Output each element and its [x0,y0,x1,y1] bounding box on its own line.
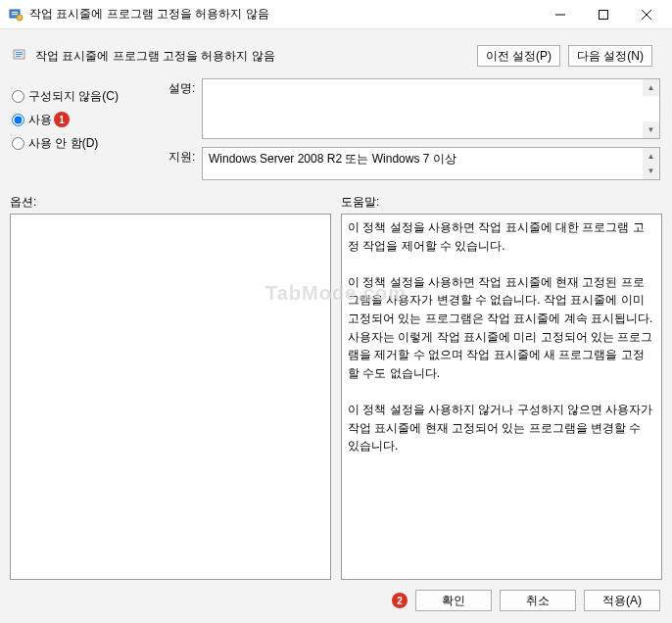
minimize-button[interactable] [539,1,582,28]
radio-disabled[interactable] [12,137,24,150]
options-panel [10,214,331,580]
app-icon [8,7,24,23]
help-paragraph: 이 정책 설정을 사용하면 작업 표시줄에 대한 프로그램 고정 작업을 제어할… [348,218,655,255]
callout-badge-1: 1 [54,112,70,127]
svg-rect-9 [16,52,23,53]
maximize-button[interactable] [582,1,625,28]
support-value: Windows Server 2008 R2 또는 Windows 7 이상 [209,151,456,168]
radio-enabled-label[interactable]: 사용 [28,112,52,128]
options-column: 옵션: [10,194,331,580]
content-area: 작업 표시줄에 프로그램 고정을 허용하지 않음 이전 설정(P) 다음 설정(… [0,29,672,623]
previous-setting-button[interactable]: 이전 설정(P) [477,45,560,67]
close-button[interactable] [625,1,668,28]
callout-badge-2: 2 [392,593,408,608]
svg-point-3 [17,15,23,21]
scroll-down-icon[interactable]: ▼ [643,121,659,138]
help-paragraph: 이 정책 설정을 사용하면 작업 표시줄에 현재 고정된 프로그램을 사용자가 … [348,273,655,383]
policy-icon [12,47,29,65]
page-title: 작업 표시줄에 프로그램 고정을 허용하지 않음 [35,48,477,65]
cancel-button[interactable]: 취소 [500,590,576,611]
help-panel: 이 정책 설정을 사용하면 작업 표시줄에 대한 프로그램 고정 작업을 제어할… [341,214,662,580]
svg-rect-11 [16,56,21,57]
scroll-down-icon[interactable]: ▼ [643,163,659,179]
support-textbox: Windows Server 2008 R2 또는 Windows 7 이상 ▲… [202,147,660,180]
svg-rect-5 [600,10,608,19]
footer: 2 확인 취소 적용(A) [8,580,664,615]
description-label: 설명: [168,78,202,139]
ok-button[interactable]: 확인 [415,590,492,611]
svg-rect-10 [16,54,23,55]
radio-enabled[interactable] [12,114,24,126]
options-label: 옵션: [10,194,331,214]
description-area: 설명: ▲ ▼ 지원: Windows Server 2008 R2 또는 Wi… [168,78,660,188]
help-label: 도움말: [341,194,662,214]
apply-button[interactable]: 적용(A) [584,590,660,611]
window-title: 작업 표시줄에 프로그램 고정을 허용하지 않음 [29,6,539,23]
radio-not-configured[interactable] [12,90,24,103]
help-column: 도움말: 이 정책 설정을 사용하면 작업 표시줄에 대한 프로그램 고정 작업… [341,194,662,580]
nav-buttons: 이전 설정(P) 다음 설정(N) [477,45,652,67]
svg-rect-2 [12,14,18,15]
help-paragraph: 이 정책 설정을 사용하지 않거나 구성하지 않으면 사용자가 작업 표시줄에 … [348,401,655,455]
page-header: 작업 표시줄에 프로그램 고정을 허용하지 않음 이전 설정(P) 다음 설정(… [8,37,664,74]
next-setting-button[interactable]: 다음 설정(N) [568,45,652,67]
radio-group: 구성되지 않음(C) 사용 1 사용 안 함(D) [12,78,168,188]
titlebar: 작업 표시줄에 프로그램 고정을 허용하지 않음 [0,0,672,29]
support-label: 지원: [168,147,202,180]
scroll-up-icon[interactable]: ▲ [643,79,659,96]
radio-disabled-label[interactable]: 사용 안 함(D) [28,135,98,152]
panels: 옵션: 도움말: 이 정책 설정을 사용하면 작업 표시줄에 대한 프로그램 고… [8,188,664,580]
settings-row: 구성되지 않음(C) 사용 1 사용 안 함(D) 설명: ▲ ▼ 지원: [8,74,664,188]
description-textbox[interactable]: ▲ ▼ [202,78,660,139]
svg-rect-1 [12,12,18,13]
radio-not-configured-label[interactable]: 구성되지 않음(C) [28,88,119,105]
